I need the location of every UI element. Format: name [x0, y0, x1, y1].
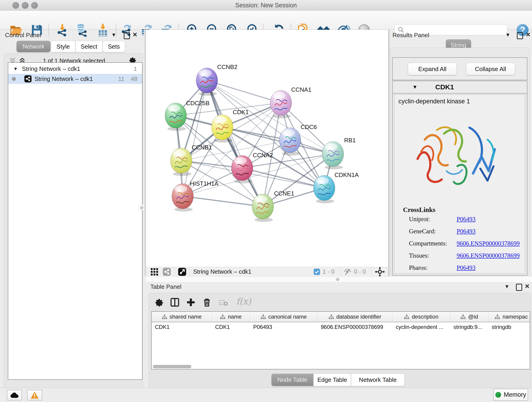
results-panel: Results Panel ▾ ✕ String Expand All Coll… — [389, 30, 532, 278]
horizontal-splitter-handle[interactable] — [335, 277, 340, 282]
results-panel-float-icon[interactable] — [517, 32, 523, 39]
table-body: CDK1CDK1P064939606.ENSP00000378699cyclin… — [152, 322, 530, 332]
table-cell[interactable]: CDK1 — [212, 322, 250, 332]
show-columns-icon[interactable] — [170, 297, 180, 307]
fit-content-crosshair-icon[interactable] — [375, 267, 385, 277]
network-current-dot — [12, 77, 16, 81]
title-bar: Session: New Session — [0, 0, 532, 11]
gene-collapse-icon[interactable]: ▼ — [412, 84, 418, 90]
crosslink-row: GeneCard:P06493 — [409, 228, 521, 235]
column-type-icon — [460, 314, 466, 319]
tab-node-table[interactable]: Node Table — [271, 374, 313, 386]
table-cell[interactable]: cyclin-dependent ... — [393, 322, 450, 332]
table-panel-float-icon[interactable] — [516, 284, 522, 291]
delete-column-icon[interactable] — [202, 297, 212, 307]
birds-eye-view-icon[interactable] — [178, 268, 186, 276]
network-edge-count: 48 — [131, 75, 138, 83]
crosslink-label: Tissues: — [409, 252, 457, 259]
crosslink-label: Uniprot: — [409, 216, 457, 223]
collapse-all-button[interactable]: Collapse All — [466, 63, 515, 75]
tab-style[interactable]: Style — [51, 41, 75, 52]
grid-view-icon[interactable] — [150, 268, 159, 276]
network-view-title: String Network – cdk1 — [193, 268, 251, 275]
network-collection-row[interactable]: ▼ String Network – cdk1 1 — [8, 64, 142, 74]
collection-expand-icon[interactable]: ▼ — [13, 66, 18, 71]
column-header-5[interactable]: @id — [450, 312, 488, 322]
gene-description: cyclin-dependent kinase 1 — [399, 98, 470, 105]
column-header-4[interactable]: description — [393, 312, 450, 322]
table-cell[interactable]: 9606.ENSP00000378699 — [317, 322, 393, 332]
network-type-icon — [24, 75, 32, 83]
tab-sets[interactable]: Sets — [103, 41, 125, 52]
crosslink-link[interactable]: 9606.ENSP00000378699 — [457, 240, 520, 247]
network-label: String Network – cdk1 — [35, 75, 93, 83]
tab-select[interactable]: Select — [75, 41, 103, 52]
network-row[interactable]: String Network – cdk1 11 48 — [8, 74, 142, 84]
results-panel-close-icon[interactable]: ✕ — [526, 31, 531, 38]
table-hscrollbar-thumb[interactable] — [153, 365, 191, 368]
tab-network-table[interactable]: Network Table — [351, 374, 405, 386]
column-header-3[interactable]: database identifier — [317, 312, 393, 322]
warning-button[interactable] — [27, 390, 42, 400]
clear-table-icon — [219, 299, 228, 306]
selected-checkbox-icon[interactable] — [313, 268, 320, 275]
crosslink-row: Pharos:P06493 — [409, 264, 521, 271]
column-header-2[interactable]: canonical name — [250, 312, 317, 322]
node-label-CCNB2: CCNB2 — [217, 64, 237, 70]
crosslinks-list: Uniprot:P06493GeneCard:P06493Compartment… — [409, 216, 521, 276]
control-panel-title: Control Panel — [5, 32, 41, 39]
network-share-view-icon[interactable] — [162, 268, 171, 276]
cloud-button[interactable] — [7, 390, 22, 400]
crosslink-link[interactable]: P06493 — [457, 216, 476, 223]
expand-all-button[interactable]: Expand All — [408, 63, 457, 75]
column-header-6[interactable]: namespac — [488, 312, 530, 322]
crosslink-row: Tissues:9606.ENSP00000378699 — [409, 252, 521, 259]
selected-counts: 1 - 0 — [323, 268, 335, 275]
protein-structure-image — [406, 111, 507, 202]
node-label-RB1: RB1 — [344, 137, 356, 144]
function-builder-icon: f(x) — [236, 296, 251, 306]
node-label-HIST1H1A: HIST1H1A — [190, 180, 219, 187]
control-panel-float-icon[interactable] — [124, 32, 130, 39]
crosslink-link[interactable]: P06493 — [457, 264, 476, 271]
tab-network[interactable]: Network — [17, 41, 51, 52]
table-panel-close-icon[interactable]: ✕ — [525, 283, 530, 290]
column-header-0[interactable]: shared name — [152, 312, 212, 322]
gene-symbol: CDK1 — [435, 83, 454, 91]
left-splitter-handle[interactable] — [139, 205, 144, 210]
network-list: ▼ String Network – cdk1 1 String Network… — [8, 62, 143, 380]
control-panel-collapse-icon[interactable]: ▾ — [112, 31, 115, 38]
table-options-gear-icon[interactable] — [154, 297, 164, 307]
table-tabs: Node Table Edge Table Network Table — [271, 374, 405, 386]
gene-section: ▼ CDK1 cyclin-dependent kinase 1 CrossLi… — [392, 81, 527, 275]
crosslinks-title: CrossLinks — [403, 206, 435, 214]
hidden-eye-icon[interactable] — [343, 268, 352, 276]
column-header-1[interactable]: name — [212, 312, 250, 322]
results-panel-collapse-icon[interactable]: ▾ — [506, 31, 509, 38]
table-row[interactable]: CDK1CDK1P064939606.ENSP00000378699cyclin… — [152, 322, 530, 332]
node-label-CDKN1A: CDKN1A — [335, 172, 359, 178]
network-canvas[interactable]: CCNB2CCNA1CDC25BCDK1CDC6RB1CCNB1CCNA2CDK… — [146, 30, 388, 267]
table-panel-collapse-icon[interactable]: ▾ — [505, 283, 508, 290]
table-cell[interactable]: stringdb — [488, 322, 530, 332]
table-cell[interactable]: CDK1 — [152, 322, 212, 332]
crosslink-link[interactable]: 9606.ENSP00000378699 — [457, 252, 520, 259]
tab-edge-table[interactable]: Edge Table — [313, 374, 351, 386]
memory-button[interactable]: Memory — [493, 389, 528, 401]
control-panel-close-icon[interactable]: ✕ — [133, 31, 138, 38]
node-table: shared namenamecanonical namedatabase id… — [151, 311, 530, 370]
warning-icon — [30, 391, 39, 399]
main-toolbar: ? — [0, 11, 532, 30]
status-strip: Memory — [0, 388, 532, 402]
crosslink-link[interactable]: P06493 — [457, 228, 476, 235]
column-type-icon — [162, 314, 167, 319]
add-column-icon[interactable] — [186, 297, 196, 307]
control-panel: Control Panel ▾ ✕ Network Style Select S… — [2, 30, 145, 388]
network-view-toolbar: String Network – cdk1 1 - 0 0 - 0 — [146, 267, 388, 276]
collection-label: String Network – cdk1 — [22, 65, 80, 72]
table-cell[interactable]: P06493 — [250, 322, 317, 332]
crosslink-label: Pharos: — [409, 264, 457, 271]
table-panel-title: Table Panel — [150, 283, 181, 290]
node-label-CDC6: CDC6 — [301, 123, 317, 130]
table-cell[interactable]: stringdb:9... — [450, 322, 488, 332]
